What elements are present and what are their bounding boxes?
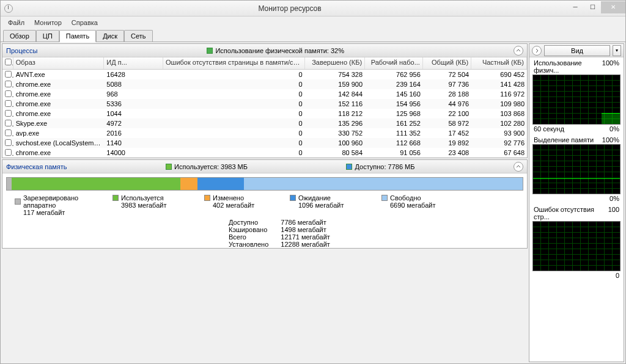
th-err[interactable]: Ошибок отсутствия страницы в памяти/сек.	[163, 57, 305, 69]
tab-disk[interactable]: Диск	[96, 30, 124, 42]
row-checkbox[interactable]	[5, 129, 12, 136]
tab-overview[interactable]: Обзор	[3, 30, 36, 42]
table-row[interactable]: chrome.exe10440118 212125 96822 100103 8…	[2, 109, 527, 118]
th-commit[interactable]: Завершено (КБ)	[305, 57, 366, 69]
g1-sub-r: 0%	[609, 125, 619, 133]
collapse-processes-icon[interactable]	[514, 46, 523, 56]
cell-ws: 111 352	[365, 129, 423, 137]
cell-commit: 754 328	[305, 71, 366, 78]
cell-image: svchost.exe (LocalSystemNet...	[13, 139, 105, 147]
row-checkbox[interactable]	[5, 71, 12, 78]
th-image[interactable]: Образ	[13, 57, 105, 69]
cell-private: 690 452	[471, 71, 527, 78]
menu-monitor[interactable]: Монитор	[29, 18, 67, 27]
tab-network[interactable]: Сеть	[124, 30, 152, 42]
table-row[interactable]: chrome.exe9680142 844145 16028 188116 97…	[2, 89, 527, 99]
cell-pid: 2016	[104, 129, 163, 137]
table-row[interactable]: svchost.exe (LocalSystemNet...11400100 9…	[2, 138, 527, 148]
table-row[interactable]: chrome.exe14000080 58491 05623 40867 648	[2, 148, 527, 158]
physical-memory-section: Физическая память Используется: 3983 МБ …	[2, 159, 528, 249]
cell-ws: 145 160	[365, 90, 423, 98]
cell-shared: 72 504	[423, 71, 471, 78]
cell-shared: 44 976	[423, 100, 471, 107]
cell-shared: 97 736	[423, 81, 471, 88]
collapse-physmem-icon[interactable]	[514, 162, 523, 172]
cell-err: 0	[163, 110, 305, 117]
row-checkbox[interactable]	[5, 110, 12, 117]
cell-image: chrome.exe	[13, 81, 105, 88]
cell-pid: 4972	[104, 120, 163, 127]
expand-graphs-icon[interactable]	[532, 46, 542, 56]
th-ws[interactable]: Рабочий набо...	[365, 57, 423, 69]
graphs-pane: Вид ▾ Использование физич...100% 60 секу…	[529, 43, 624, 362]
menu-help[interactable]: Справка	[67, 18, 103, 27]
legend-item: Используется3983 мегабайт	[112, 194, 204, 216]
tab-memory[interactable]: Память	[59, 30, 96, 42]
cell-shared: 19 892	[423, 139, 471, 147]
menu-file[interactable]: Файл	[3, 18, 29, 27]
cell-commit: 142 844	[305, 90, 366, 98]
row-checkbox[interactable]	[5, 81, 12, 87]
cell-private: 116 972	[471, 90, 527, 98]
processes-title: Процессы	[6, 47, 37, 54]
cell-shared: 17 452	[423, 129, 471, 137]
cell-shared: 58 972	[423, 120, 471, 127]
cell-image: Skype.exe	[13, 120, 105, 127]
graph-commit	[532, 144, 620, 194]
table-row[interactable]: chrome.exe50880159 900239 16497 736141 4…	[2, 79, 527, 89]
tab-cpu[interactable]: ЦП	[36, 30, 59, 42]
processes-section: Процессы Использование физической памяти…	[2, 43, 528, 158]
cell-commit: 330 752	[305, 129, 366, 137]
maximize-button[interactable]: ☐	[584, 1, 601, 13]
cell-err: 0	[163, 81, 305, 88]
window-title: Монитор ресурсов	[13, 4, 567, 13]
cell-pid: 14000	[104, 149, 163, 156]
cell-err: 0	[163, 90, 305, 98]
g3-max: 100	[608, 206, 619, 220]
cell-commit: 100 960	[305, 139, 366, 147]
row-checkbox[interactable]	[5, 139, 12, 146]
cell-private: 141 428	[471, 81, 527, 88]
th-pid[interactable]: ИД п...	[104, 57, 163, 69]
cell-image: AVNT.exe	[13, 71, 105, 78]
cell-pid: 1044	[104, 110, 163, 117]
cell-ws: 161 252	[365, 120, 423, 127]
cell-ws: 112 668	[365, 139, 423, 147]
cell-err: 0	[163, 100, 305, 107]
g3-title: Ошибок отсутствия стр...	[534, 206, 608, 220]
cell-err: 0	[163, 129, 305, 137]
row-checkbox[interactable]	[5, 100, 12, 107]
cell-private: 109 980	[471, 100, 527, 107]
th-private[interactable]: Частный (КБ)	[471, 57, 527, 69]
view-dropdown-icon[interactable]: ▾	[613, 45, 621, 56]
legend-item: Изменено402 мегабайт	[204, 194, 290, 216]
cell-image: chrome.exe	[13, 90, 105, 98]
table-row[interactable]: chrome.exe53360152 116154 95644 976109 9…	[2, 99, 527, 109]
close-button[interactable]: ✕	[601, 1, 625, 13]
row-checkbox[interactable]	[5, 90, 12, 97]
tabs: Обзор ЦП Память Диск Сеть	[1, 29, 625, 42]
cell-err: 0	[163, 149, 305, 156]
physmem-title: Физическая память	[6, 163, 67, 170]
cell-pid: 1140	[104, 139, 163, 147]
table-row[interactable]: AVNT.exe164280754 328762 95672 504690 45…	[2, 70, 527, 79]
cell-pid: 5088	[104, 81, 163, 88]
table-row[interactable]: avp.exe20160330 752111 35217 45293 900	[2, 128, 527, 138]
row-checkbox[interactable]	[5, 149, 12, 156]
g1-title: Использование физич...	[534, 59, 602, 74]
view-button[interactable]: Вид	[544, 45, 610, 56]
memory-legend: Зарезервировано аппаратно117 мегабайтИсп…	[2, 194, 527, 216]
graph-phys-usage	[532, 75, 620, 125]
menubar: Файл Монитор Справка	[1, 16, 625, 29]
g3-sub-r: 0	[616, 272, 619, 279]
avail-label: Доступно: 7786 МБ	[355, 163, 414, 170]
cell-private: 67 648	[471, 149, 527, 156]
row-checkbox[interactable]	[5, 120, 12, 126]
table-row[interactable]: Skype.exe49720135 296161 25258 972102 28…	[2, 118, 527, 128]
g2-title: Выделение памяти	[534, 136, 594, 144]
th-shared[interactable]: Общий (КБ)	[423, 57, 471, 69]
legend-item: Свободно6690 мегабайт	[381, 194, 461, 216]
minimize-button[interactable]: ─	[567, 1, 584, 13]
cell-commit: 80 584	[305, 149, 366, 156]
select-all-checkbox[interactable]	[5, 59, 12, 65]
